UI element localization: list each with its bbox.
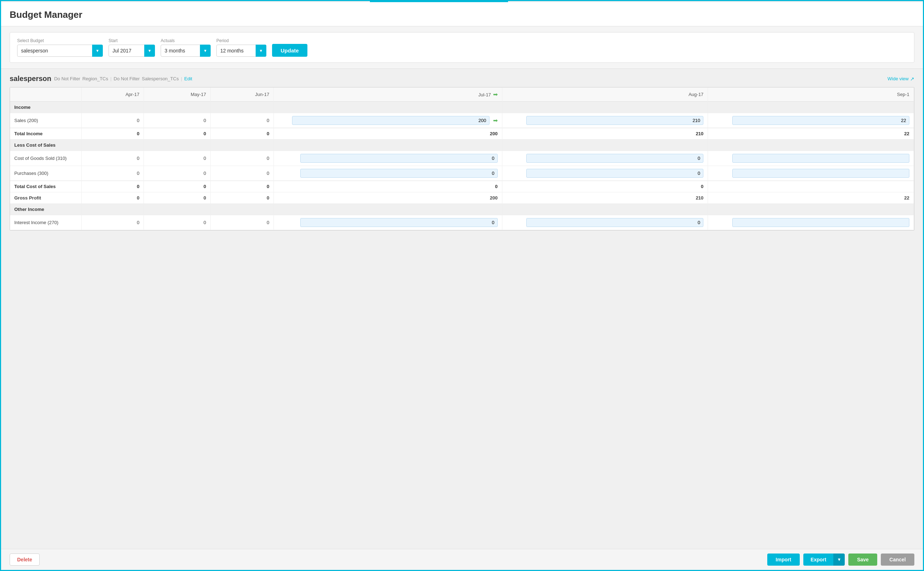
col-header-jun17: Jun-17 [211, 88, 274, 102]
table-row: Total Cost of Sales 0 0 0 0 0 [10, 181, 914, 192]
cogs-jun: 0 [211, 151, 274, 166]
update-button[interactable]: Update [272, 44, 307, 57]
content-section: salesperson Do Not Filter Region_TCs | D… [1, 69, 923, 549]
cogs-jul [274, 151, 502, 166]
purchases-aug-input[interactable] [526, 169, 703, 178]
row-label-total-cos: Total Cost of Sales [10, 181, 81, 192]
sales-jul-input[interactable] [292, 116, 490, 125]
fill-right-arrow-icon[interactable]: ➡ [493, 117, 498, 124]
table-row: Income [10, 102, 914, 113]
section-label-other-income: Other Income [10, 204, 81, 215]
sales-aug-input[interactable] [526, 116, 703, 125]
purchases-apr: 0 [81, 166, 144, 181]
total-cos-jul: 0 [274, 181, 502, 192]
purchases-sep [708, 166, 914, 181]
less-cos-sep [708, 139, 914, 151]
sales-jul: ➡ [274, 113, 502, 128]
filter-tags: Do Not Filter Region_TCs | Do Not Filter… [54, 76, 192, 81]
total-income-sep: 22 [708, 128, 914, 139]
progress-bar [370, 1, 508, 2]
total-cos-aug: 0 [502, 181, 708, 192]
interest-jul-input[interactable] [300, 218, 498, 227]
import-button[interactable]: Import [767, 554, 800, 566]
filter-section: Select Budget salesperson company region… [1, 26, 923, 69]
total-cos-apr: 0 [81, 181, 144, 192]
separator1: | [110, 76, 111, 81]
start-filter-label: Start [108, 38, 155, 43]
col-header-aug17: Aug-17 [502, 88, 708, 102]
edit-link[interactable]: Edit [184, 76, 192, 81]
table-row: Sales (200) 0 0 0 ➡ [10, 113, 914, 128]
section-label-less-cos: Less Cost of Sales [10, 139, 81, 151]
other-income-jun [211, 204, 274, 215]
interest-sep [708, 215, 914, 230]
actuals-select[interactable]: 3 months 6 months 12 months [161, 45, 211, 57]
start-select-wrapper: Jul 2017 Aug 2017 Sep 2017 ▼ [108, 45, 155, 57]
table-row: Total Income 0 0 0 200 210 22 [10, 128, 914, 139]
cogs-sep [708, 151, 914, 166]
total-income-may: 0 [144, 128, 211, 139]
filter-bar: Select Budget salesperson company region… [10, 32, 914, 63]
filter2-field: Salesperson_TCs [142, 76, 179, 81]
export-button[interactable]: Export [803, 554, 833, 566]
filter2-text: Do Not Filter [114, 76, 140, 81]
col-header-may17: May-17 [144, 88, 211, 102]
purchases-jun: 0 [211, 166, 274, 181]
export-dropdown-button[interactable]: ▼ [833, 554, 845, 566]
income-jun [211, 102, 274, 113]
purchases-jul-input[interactable] [300, 169, 498, 178]
other-income-apr [81, 204, 144, 215]
gp-may: 0 [144, 192, 211, 204]
interest-jul [274, 215, 502, 230]
sales-apr: 0 [81, 113, 144, 128]
table-header-row: Apr-17 May-17 Jun-17 Jul-17 ➡ Aug-17 Sep… [10, 88, 914, 102]
row-label-interest: Interest Income (270) [10, 215, 81, 230]
interest-jun: 0 [211, 215, 274, 230]
cogs-aug [502, 151, 708, 166]
interest-sep-input[interactable] [732, 218, 909, 227]
income-jul [274, 102, 502, 113]
col-header-apr17: Apr-17 [81, 88, 144, 102]
header-section: Budget Manager [1, 2, 923, 26]
start-select[interactable]: Jul 2017 Aug 2017 Sep 2017 [108, 45, 155, 57]
other-income-may [144, 204, 211, 215]
budget-table-wrapper: Apr-17 May-17 Jun-17 Jul-17 ➡ Aug-17 Sep… [10, 87, 914, 230]
cogs-aug-input[interactable] [526, 154, 703, 163]
other-income-jul [274, 204, 502, 215]
export-wrapper: Export ▼ [803, 554, 845, 566]
period-select[interactable]: 12 months 6 months 3 months [216, 45, 266, 57]
actuals-filter-label: Actuals [161, 38, 211, 43]
period-select-wrapper: 12 months 6 months 3 months ▼ [216, 45, 266, 57]
purchases-sep-input[interactable] [732, 169, 909, 178]
cogs-apr: 0 [81, 151, 144, 166]
less-cos-apr [81, 139, 144, 151]
table-row: Purchases (300) 0 0 0 [10, 166, 914, 181]
interest-aug-input[interactable] [526, 218, 703, 227]
sales-aug [502, 113, 708, 128]
less-cos-jul [274, 139, 502, 151]
income-may [144, 102, 211, 113]
budget-title-bar: salesperson Do Not Filter Region_TCs | D… [10, 75, 914, 83]
sales-sep [708, 113, 914, 128]
page-title: Budget Manager [10, 9, 914, 20]
sales-sep-input[interactable] [732, 116, 909, 125]
purchases-may: 0 [144, 166, 211, 181]
cancel-button[interactable]: Cancel [881, 554, 914, 566]
budget-select[interactable]: salesperson company region [17, 45, 103, 57]
cogs-jul-input[interactable] [300, 154, 498, 163]
budget-name: salesperson [10, 75, 51, 83]
wide-view-label: Wide view [888, 76, 909, 81]
delete-button[interactable]: Delete [10, 554, 40, 566]
save-button[interactable]: Save [848, 554, 877, 566]
sales-jun: 0 [211, 113, 274, 128]
wide-view-link[interactable]: Wide view ↗ [888, 76, 914, 82]
footer-right: Import Export ▼ Save Cancel [767, 554, 914, 566]
budget-table: Apr-17 May-17 Jun-17 Jul-17 ➡ Aug-17 Sep… [10, 88, 914, 230]
interest-aug [502, 215, 708, 230]
gp-jun: 0 [211, 192, 274, 204]
total-income-aug: 210 [502, 128, 708, 139]
budget-select-wrapper: salesperson company region ▼ [17, 45, 103, 57]
filter1-field: Region_TCs [82, 76, 108, 81]
table-row: Other Income [10, 204, 914, 215]
cogs-sep-input[interactable] [732, 154, 909, 163]
